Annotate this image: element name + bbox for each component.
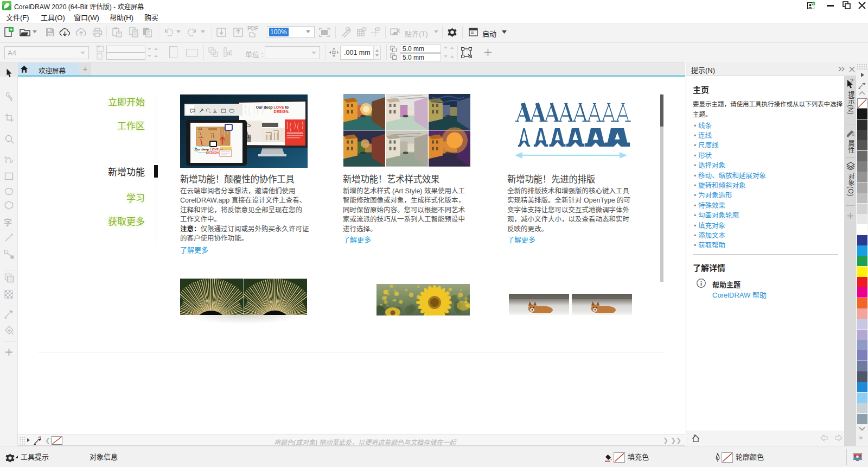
svg-text:DESIGN.: DESIGN.: [274, 110, 290, 113]
svg-text:Our deep LOVE to: Our deep LOVE to: [256, 105, 289, 110]
svg-text:DESIGN: DESIGN: [206, 151, 219, 154]
